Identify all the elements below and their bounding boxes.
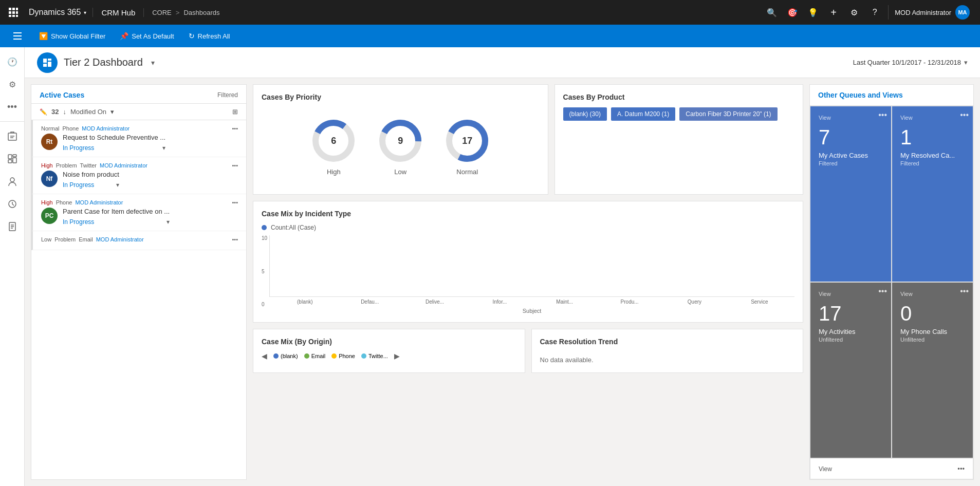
expand-icon[interactable]: ▾ xyxy=(167,218,170,226)
case-item[interactable]: Normal Phone MOD Administrator ••• Rt Re… xyxy=(31,120,246,157)
product-tags: (blank) (30) A. Datum M200 (1) Carbon Fi… xyxy=(563,107,794,121)
dashboard-icon xyxy=(37,52,58,73)
show-global-filter-button[interactable]: 🔽 Show Global Filter xyxy=(33,29,112,43)
queue-card-active-cases[interactable]: View ••• 7 My Active Cases Filtered xyxy=(810,106,892,282)
donut-svg-low: 9 xyxy=(377,118,423,164)
sidebar-item-settings[interactable]: ⚙ xyxy=(2,74,23,95)
svg-rect-0 xyxy=(9,8,11,10)
settings-icon[interactable]: ⚙ xyxy=(845,3,863,22)
dashboard-title: Tier 2 Dashboard xyxy=(64,57,143,68)
origin-legend: ◀ (blank) Email xyxy=(262,352,516,360)
lightbulb-icon[interactable]: 💡 xyxy=(804,3,822,22)
content-area: Tier 2 Dashboard ▾ Last Quarter 10/1/201… xyxy=(25,47,980,486)
svg-rect-10 xyxy=(13,35,22,36)
filter-icon: 🔽 xyxy=(39,32,48,40)
case-more-icon[interactable]: ••• xyxy=(232,236,238,242)
product-tag[interactable]: (blank) (30) xyxy=(563,107,607,121)
case-more-icon[interactable]: ••• xyxy=(232,199,238,205)
next-button[interactable]: ▶ xyxy=(394,352,400,360)
crm-hub[interactable]: CRM Hub xyxy=(93,8,144,17)
sort-icon[interactable]: ↓ xyxy=(63,108,66,116)
case-content: Nf Noise from product In Progress ▾ xyxy=(41,171,238,189)
svg-rect-2 xyxy=(16,8,18,10)
product-tag[interactable]: Carbon Fiber 3D Printer 20" (1) xyxy=(679,107,777,121)
case-content: Rt Request to Schedule Preventive ... In… xyxy=(41,134,238,152)
expand-icon[interactable]: ▾ xyxy=(116,181,119,189)
x-axis-label: Subject xyxy=(269,308,794,314)
queue-card-resolved-cases[interactable]: View ••• 1 My Resolved Ca... Filtered xyxy=(892,106,973,282)
help-icon[interactable]: ? xyxy=(865,3,884,22)
sidebar-item-contacts[interactable] xyxy=(2,171,23,192)
target-icon[interactable]: 🎯 xyxy=(783,3,802,22)
date-range[interactable]: Last Quarter 10/1/2017 - 12/31/2018 ▾ xyxy=(853,59,968,66)
left-sidebar: 🕐 ⚙ ••• xyxy=(0,47,25,486)
active-cases-panel: Active Cases Filtered ✏️ 32 ↓ Modified O… xyxy=(31,84,247,480)
hamburger-icon[interactable] xyxy=(8,27,27,45)
queue-card-phone-calls[interactable]: View ••• 0 My Phone Calls Unfiltered xyxy=(892,282,973,458)
set-as-default-button[interactable]: 📌 Set As Default xyxy=(114,29,180,43)
svg-rect-18 xyxy=(8,160,12,163)
svg-rect-3 xyxy=(9,11,11,14)
grid-icon[interactable] xyxy=(4,3,23,22)
case-mix-origin-panel: Case Mix (By Origin) ◀ (blank) xyxy=(253,329,525,373)
svg-rect-11 xyxy=(13,39,22,40)
svg-rect-1 xyxy=(12,8,15,10)
case-more-icon[interactable]: ••• xyxy=(232,162,238,169)
search-icon[interactable]: 🔍 xyxy=(763,3,781,22)
last-card-more-icon[interactable]: ••• xyxy=(957,465,965,473)
case-more-icon[interactable]: ••• xyxy=(232,125,238,132)
prev-button[interactable]: ◀ xyxy=(262,352,267,360)
charts-area: Cases By Priority 6 xyxy=(253,84,803,480)
dashboard-chevron[interactable]: ▾ xyxy=(151,59,155,67)
sidebar-item-activities[interactable] xyxy=(2,194,23,214)
donut-normal: 17 Normal xyxy=(444,118,490,176)
app-name[interactable]: Dynamics 365 ▾ xyxy=(23,8,93,17)
top-charts-row: Cases By Priority 6 xyxy=(253,84,803,195)
pencil-icon: ✏️ xyxy=(40,108,47,116)
user-section[interactable]: MOD Administrator MA xyxy=(888,5,976,20)
sidebar-item-documents[interactable] xyxy=(2,216,23,237)
add-icon[interactable]: + xyxy=(824,3,843,22)
expand-icon[interactable]: ▾ xyxy=(162,144,165,152)
queue-card-last[interactable]: View ••• xyxy=(810,458,973,479)
sort-chevron[interactable]: ▾ xyxy=(110,108,114,116)
active-cases-header: Active Cases Filtered xyxy=(31,85,246,104)
dashboard-grid: Active Cases Filtered ✏️ 32 ↓ Modified O… xyxy=(25,78,980,486)
case-item[interactable]: Low Problem Email MOD Administrator ••• xyxy=(31,231,246,250)
svg-rect-17 xyxy=(13,158,16,163)
svg-rect-6 xyxy=(9,15,11,17)
queue-card-more-icon[interactable]: ••• xyxy=(878,287,887,296)
pin-icon: 📌 xyxy=(120,32,128,40)
refresh-all-button[interactable]: ↻ Refresh All xyxy=(182,29,236,43)
date-chevron: ▾ xyxy=(964,59,968,66)
case-avatar: Rt xyxy=(41,134,58,150)
toolbar: 🔽 Show Global Filter 📌 Set As Default ↻ … xyxy=(0,25,980,47)
app-chevron: ▾ xyxy=(84,10,86,15)
sidebar-item-cases[interactable] xyxy=(2,126,23,146)
queue-card-more-icon[interactable]: ••• xyxy=(960,110,969,120)
case-avatar: Nf xyxy=(41,171,58,187)
bar-chart xyxy=(269,235,794,297)
view-options-icon[interactable]: ⊞ xyxy=(232,108,238,116)
svg-rect-7 xyxy=(12,15,15,17)
donut-high: 6 High xyxy=(310,118,357,176)
sidebar-item-more[interactable]: ••• xyxy=(2,97,23,117)
nav-icons: 🔍 🎯 💡 + ⚙ ? xyxy=(763,3,884,22)
queues-grid: View ••• 7 My Active Cases Filtered View… xyxy=(810,106,973,458)
svg-rect-12 xyxy=(8,133,16,140)
sidebar-item-dashboard[interactable] xyxy=(2,148,23,169)
queue-card-activities[interactable]: View ••• 17 My Activities Unfiltered xyxy=(810,282,892,458)
toolbar-left: ✏️ 32 ↓ Modified On ▾ xyxy=(40,108,114,116)
sidebar-item-recent[interactable]: 🕐 xyxy=(2,51,23,72)
svg-rect-27 xyxy=(48,62,51,67)
queue-card-more-icon[interactable]: ••• xyxy=(878,110,887,120)
product-tag[interactable]: A. Datum M200 (1) xyxy=(611,107,675,121)
case-item[interactable]: High Problem Twitter MOD Administrator •… xyxy=(31,157,246,194)
case-item[interactable]: High Phone MOD Administrator ••• PC Pare… xyxy=(31,194,246,231)
main-container: 🕐 ⚙ ••• xyxy=(0,47,980,486)
case-meta: Low Problem Email MOD Administrator ••• xyxy=(41,236,238,242)
queue-card-more-icon[interactable]: ••• xyxy=(960,287,969,296)
donut-svg-high: 6 xyxy=(310,118,357,164)
bar-labels: (blank) Defau... Delive... Infor... Main… xyxy=(269,297,794,307)
user-name: MOD Administrator xyxy=(895,9,951,16)
